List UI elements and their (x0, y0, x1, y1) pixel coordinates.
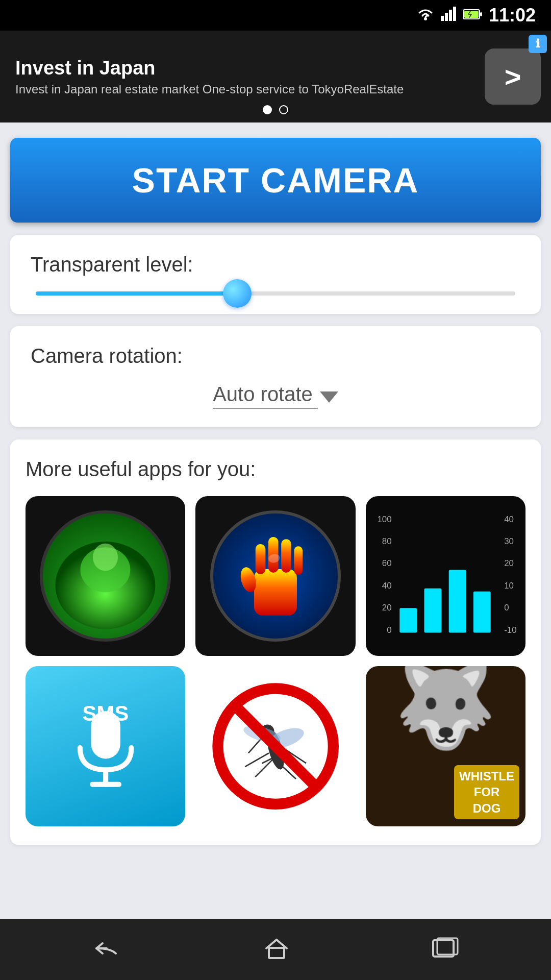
signal-icon (441, 7, 457, 24)
svg-point-10 (93, 544, 118, 571)
svg-rect-2 (445, 13, 448, 21)
battery-icon (463, 9, 483, 22)
svg-rect-33 (473, 592, 491, 633)
app-thermal[interactable] (195, 496, 355, 656)
dog-inner: 🐺 WHISTLEFORDOG (366, 666, 525, 826)
chart-svg: 100 80 60 40 20 0 40 30 20 10 0 -10 (372, 502, 519, 650)
more-apps-title: More useful apps for you: (26, 458, 525, 481)
ad-dot-1 (263, 105, 272, 114)
svg-rect-32 (448, 570, 466, 633)
ad-next-icon: > (505, 60, 521, 93)
ad-dots (263, 105, 288, 114)
main-content: START CAMERA Transparent level: Camera r… (0, 122, 551, 855)
more-apps-section: More useful apps for you: (10, 439, 541, 845)
home-icon (264, 936, 289, 961)
svg-text:80: 80 (382, 536, 391, 546)
home-button[interactable] (264, 936, 289, 963)
svg-rect-15 (294, 546, 303, 575)
camera-rotation-card: Camera rotation: Auto rotate (10, 326, 541, 427)
status-time: 11:02 (489, 5, 536, 26)
anti-mosquito-icon (208, 678, 343, 814)
svg-text:40: 40 (504, 514, 514, 524)
app-mosquito[interactable] (195, 666, 355, 826)
svg-rect-50 (269, 948, 284, 958)
recents-icon (431, 937, 460, 960)
app-dog[interactable]: 🐺 WHISTLEFORDOG (366, 666, 525, 826)
ad-subtitle: Invest in Japan real estate market One-s… (15, 82, 485, 96)
svg-text:30: 30 (504, 536, 514, 546)
svg-rect-31 (424, 589, 441, 633)
svg-text:0: 0 (387, 625, 391, 635)
app-chart[interactable]: 100 80 60 40 20 0 40 30 20 10 0 -10 (366, 496, 525, 656)
svg-line-49 (233, 704, 317, 788)
svg-text:0: 0 (504, 603, 509, 612)
svg-rect-11 (254, 569, 297, 616)
ad-banner: Invest in Japan Invest in Japan real est… (0, 31, 551, 122)
svg-text:20: 20 (504, 558, 514, 568)
start-camera-button[interactable]: START CAMERA (10, 138, 541, 223)
dog-emoji: 🐺 (394, 666, 496, 754)
rotation-dropdown[interactable]: Auto rotate (31, 383, 520, 409)
svg-point-0 (424, 17, 427, 20)
back-button[interactable] (91, 938, 122, 961)
svg-rect-1 (441, 16, 444, 21)
slider-track (36, 291, 515, 296)
svg-text:40: 40 (382, 581, 391, 591)
bottom-nav (0, 919, 551, 980)
svg-rect-3 (449, 10, 452, 21)
slider-fill (36, 291, 237, 296)
nightvision-circle (40, 510, 171, 642)
sms-label: SMS (82, 701, 129, 726)
svg-line-42 (245, 753, 269, 767)
svg-text:10: 10 (504, 581, 514, 591)
slider-thumb[interactable] (223, 279, 252, 308)
mosquito-inner (195, 666, 355, 826)
back-icon (91, 938, 122, 959)
svg-text:20: 20 (382, 603, 391, 612)
apps-grid: 100 80 60 40 20 0 40 30 20 10 0 -10 (26, 496, 525, 826)
recents-button[interactable] (431, 937, 460, 962)
dropdown-arrow-icon (320, 391, 338, 403)
svg-rect-14 (281, 539, 291, 573)
nightvision-inner (26, 496, 185, 656)
svg-rect-4 (453, 7, 456, 21)
svg-rect-30 (399, 608, 417, 632)
status-bar: 11:02 (0, 0, 551, 31)
svg-rect-12 (256, 544, 266, 574)
thermal-circle (210, 510, 341, 642)
svg-text:100: 100 (377, 514, 391, 524)
transparent-level-card: Transparent level: (10, 235, 541, 314)
ad-title: Invest in Japan (15, 57, 485, 79)
ad-dot-2 (279, 105, 288, 114)
sms-inner: SMS (26, 666, 185, 826)
transparent-level-label: Transparent level: (31, 253, 520, 276)
start-camera-label: START CAMERA (132, 161, 419, 200)
svg-text:60: 60 (382, 558, 391, 568)
camera-rotation-label: Camera rotation: (31, 345, 520, 368)
status-icons: 11:02 (416, 5, 536, 26)
app-sms[interactable]: SMS (26, 666, 185, 826)
wifi-icon (416, 7, 435, 24)
rotation-value: Auto rotate (213, 383, 318, 409)
app-nightvision[interactable] (26, 496, 185, 656)
thermal-inner (195, 496, 355, 656)
ad-info-icon[interactable]: ℹ (529, 35, 547, 53)
svg-rect-6 (480, 12, 482, 16)
transparent-slider-container (31, 291, 520, 296)
ad-text-block: Invest in Japan Invest in Japan real est… (10, 57, 485, 96)
svg-text:-10: -10 (504, 625, 516, 635)
whistle-label: WHISTLEFORDOG (454, 765, 519, 819)
ad-next-button[interactable]: > (485, 48, 541, 105)
